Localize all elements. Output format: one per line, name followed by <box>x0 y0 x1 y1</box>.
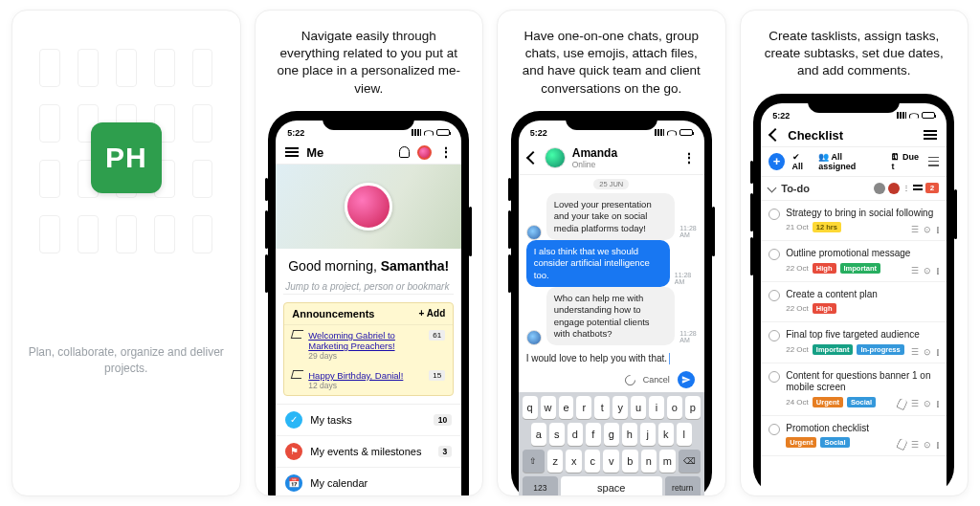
back-icon[interactable] <box>526 151 540 165</box>
attach-icon[interactable] <box>622 373 637 388</box>
keyboard-key[interactable]: m <box>659 450 676 473</box>
keyboard-key[interactable]: u <box>631 396 646 419</box>
cancel-button[interactable]: Cancel <box>643 375 670 385</box>
keyboard-return[interactable]: return <box>665 476 701 496</box>
keyboard-key[interactable]: r <box>576 396 591 419</box>
me-section-row[interactable]: 📅 My calendar <box>276 468 461 496</box>
me-section-row[interactable]: ✓ My tasks 10 <box>276 405 461 436</box>
keyboard-key[interactable]: i <box>649 396 664 419</box>
keyboard-key[interactable]: d <box>568 423 583 446</box>
announcement-title[interactable]: Happy Birthday, Danial! <box>308 370 423 381</box>
book-icon: ⫿ <box>936 225 941 234</box>
filter-all[interactable]: All <box>792 162 804 171</box>
message-avatar <box>526 225 542 240</box>
message-avatar <box>526 330 542 345</box>
keyboard-key[interactable]: c <box>585 450 601 473</box>
task-checkbox[interactable] <box>768 330 780 341</box>
task-date: 24 Oct <box>786 398 809 407</box>
keyboard-key[interactable]: ⌫ <box>679 450 701 473</box>
task-row[interactable]: Strategy to bring in social following 21… <box>761 201 947 242</box>
keyboard-key[interactable]: p <box>685 396 701 419</box>
add-task-button[interactable]: + <box>768 153 784 170</box>
announcement-item[interactable]: Happy Birthday, Danial! 12 days 15 <box>284 365 453 395</box>
task-row[interactable]: Create a content plan 22 OctHigh <box>761 282 947 323</box>
keyboard-key[interactable]: y <box>612 396 628 419</box>
menu-icon[interactable] <box>924 130 937 140</box>
chat-peer-status: Online <box>572 160 617 169</box>
message-bubble: Who can help me with understanding how t… <box>546 287 675 345</box>
task-row[interactable]: Final top five targeted audience 22 OctI… <box>761 322 947 363</box>
keyboard-key[interactable]: g <box>604 423 619 446</box>
chat-card: Have one-on-one chats, group chats, use … <box>497 10 726 496</box>
filter-due[interactable]: 🗓 Due t <box>891 152 921 171</box>
keyboard-key[interactable]: z <box>547 450 564 473</box>
keyboard-key[interactable]: a <box>531 423 546 446</box>
keyboard-key[interactable]: s <box>549 423 565 446</box>
ios-keyboard[interactable]: qwertyuiop asdfghjkl ⇧zxcvbnm⌫ 123 space… <box>519 392 704 496</box>
keyboard-key[interactable]: ⇧ <box>523 450 545 473</box>
group-count-badge: 2 <box>925 183 939 193</box>
keyboard-key[interactable]: o <box>667 396 682 419</box>
app-bar: Me ⋮ <box>276 142 461 165</box>
compose-input[interactable]: I would love to help you with that.│ <box>526 353 697 363</box>
keyboard-key[interactable]: f <box>586 423 601 446</box>
back-icon[interactable] <box>768 128 782 142</box>
app-logo-badge: PH <box>91 122 162 193</box>
status-time: 5:22 <box>287 128 304 138</box>
more-icon[interactable]: ⋮ <box>682 154 695 162</box>
keyboard-key[interactable]: j <box>640 423 656 446</box>
keyboard-key[interactable]: k <box>658 423 674 446</box>
keyboard-key[interactable]: h <box>622 423 637 446</box>
subtask-icon: ☰ <box>911 266 919 275</box>
reorder-icon[interactable] <box>913 185 923 192</box>
keyboard-key[interactable]: n <box>641 450 657 473</box>
task-label-pill: Urgent <box>813 397 843 407</box>
keyboard-key[interactable]: e <box>559 396 574 419</box>
keyboard-key[interactable]: v <box>603 450 619 473</box>
task-title: Outline promotional message <box>786 248 939 260</box>
megaphone-icon <box>291 370 303 379</box>
task-label-pill: Social <box>847 397 876 407</box>
task-row[interactable]: Outline promotional message 22 OctHighIm… <box>761 241 947 282</box>
send-button[interactable] <box>678 371 695 388</box>
comment-icon: ⊙ <box>924 266 931 275</box>
task-group-header[interactable]: To-do ⋮ 2 <box>761 177 947 201</box>
jump-search-input[interactable]: Jump to a project, person or bookmark <box>283 279 454 295</box>
announcement-title[interactable]: Welcoming Gabriel to Marketing Preachers… <box>308 330 423 351</box>
keyboard-key[interactable]: t <box>594 396 610 419</box>
section-count: 10 <box>434 414 452 426</box>
announcement-item[interactable]: Welcoming Gabriel to Marketing Preachers… <box>284 325 453 365</box>
comment-icon: ⊙ <box>924 225 931 234</box>
keyboard-key[interactable]: q <box>523 396 538 419</box>
battery-icon <box>679 129 693 136</box>
task-checkbox[interactable] <box>768 371 780 383</box>
keyboard-key[interactable]: b <box>622 450 638 473</box>
keyboard-key[interactable]: w <box>541 396 556 419</box>
more-icon[interactable]: ⋮ <box>902 184 910 192</box>
task-row[interactable]: Promotion checklist UrgentSocial ☰⊙⫿ <box>761 416 947 457</box>
battery-icon <box>922 112 935 119</box>
keyboard-space[interactable]: space <box>561 476 662 496</box>
menu-icon[interactable] <box>285 147 299 157</box>
hero-avatar[interactable] <box>345 183 392 231</box>
bell-icon[interactable] <box>399 146 410 158</box>
task-checkbox[interactable] <box>768 249 780 260</box>
me-section-row[interactable]: ⚑ My events & milestones 3 <box>276 436 461 468</box>
more-icon[interactable]: ⋮ <box>439 148 452 156</box>
task-checkbox[interactable] <box>768 424 780 435</box>
task-checkbox[interactable] <box>768 290 780 301</box>
task-checkbox[interactable] <box>768 209 780 220</box>
add-announcement-button[interactable]: + Add <box>419 308 446 319</box>
book-icon: ⫿ <box>936 266 941 275</box>
profile-avatar[interactable] <box>417 145 432 160</box>
settings-icon[interactable] <box>928 157 939 166</box>
screen-title: Checklist <box>788 128 843 143</box>
chat-peer-avatar[interactable] <box>545 147 566 168</box>
keyboard-key[interactable]: l <box>677 423 692 446</box>
task-row[interactable]: Content for questions banner 1 on mobile… <box>761 363 947 416</box>
filter-assigned[interactable]: 👥 All assigned <box>818 152 876 171</box>
keyboard-key[interactable]: x <box>566 450 582 473</box>
task-list: Strategy to bring in social following 21… <box>761 201 947 457</box>
keyboard-key[interactable]: 123 <box>523 476 558 496</box>
comment-icon: ⊙ <box>924 347 931 357</box>
